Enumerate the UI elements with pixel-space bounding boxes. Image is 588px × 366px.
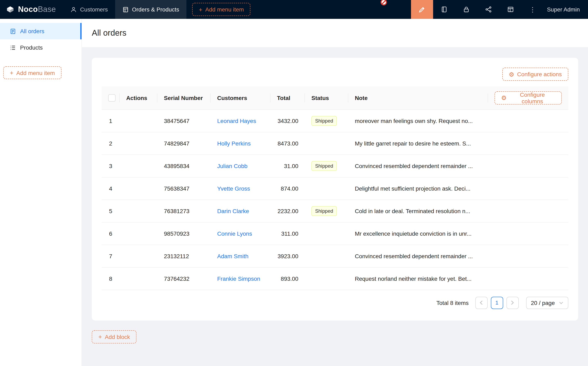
page-header: All orders	[82, 19, 588, 47]
actions-cell	[120, 154, 157, 177]
row-index: 6	[102, 222, 120, 245]
config-col-cell	[488, 109, 568, 132]
sidebar-item-all-orders[interactable]: All orders	[0, 23, 82, 39]
more-actions-button[interactable]: ⋮	[522, 0, 544, 19]
config-col-cell	[488, 267, 568, 290]
select-all-checkbox[interactable]	[108, 94, 116, 102]
navbar-add-menu-item-button[interactable]: + Add menu item	[192, 3, 251, 16]
customer-link[interactable]: Yvette Gross	[217, 185, 250, 192]
row-index: 8	[102, 267, 120, 290]
page-title: All orders	[92, 28, 126, 38]
total-cell: 3432.00	[271, 109, 305, 132]
customer-link[interactable]: Julian Cobb	[217, 162, 248, 169]
serial-cell: 73764232	[157, 267, 211, 290]
table-row: 4 75638347 Yvette Gross 874.00 Delightfu…	[102, 177, 568, 200]
row-index: 7	[102, 245, 120, 267]
nav-tab-customers[interactable]: Customers	[63, 0, 115, 19]
nav-tab-orders-products[interactable]: Orders & Products	[115, 0, 186, 19]
actions-cell	[120, 109, 157, 132]
total-cell: 311.00	[271, 222, 305, 245]
pagination-prev-button[interactable]	[475, 297, 487, 309]
nocobase-logo[interactable]: NocoBase	[0, 0, 63, 19]
row-index: 4	[102, 177, 120, 200]
book-button[interactable]	[433, 0, 455, 19]
page-content: ⚙ Configure actions	[82, 47, 588, 343]
row-index: 2	[102, 132, 120, 154]
order-form-icon	[10, 28, 16, 34]
customer-link[interactable]: Connie Lyons	[217, 230, 252, 237]
column-header-actions: Actions	[120, 86, 157, 109]
highlighter-pen-icon	[419, 6, 426, 13]
left-arrow-icon	[479, 300, 483, 305]
lock-icon	[463, 6, 470, 13]
table-row: 2 74829847 Holly Perkins 8473.00 My litt…	[102, 132, 568, 154]
app-stage: NocoBase Customers Orders & Products + A…	[0, 0, 588, 366]
serial-cell: 75638347	[157, 177, 211, 200]
layout-icon	[507, 6, 514, 13]
serial-cell: 23132112	[157, 245, 211, 267]
brand-name: NocoBase	[18, 5, 56, 14]
status-badge: Shipped	[311, 206, 337, 216]
nav-tab-label: Orders & Products	[132, 6, 179, 13]
row-index: 1	[102, 109, 120, 132]
orders-table-block: ⚙ Configure actions	[92, 58, 578, 320]
note-cell: Convinced resembled dependent remainder …	[348, 154, 488, 177]
total-cell: 3923.00	[271, 245, 305, 267]
actions-cell	[120, 245, 157, 267]
page-size-select[interactable]: 20 / page	[526, 297, 568, 309]
table-header-row: Actions Serial Number Customers Total St…	[102, 86, 568, 109]
customer-link[interactable]: Leonard Hayes	[217, 117, 256, 124]
user-icon	[71, 6, 77, 13]
book-icon	[441, 6, 447, 13]
table-row: 3 43895834 Julian Cobb 31.00 Shipped Con…	[102, 154, 568, 177]
gear-icon: ⚙	[509, 71, 514, 77]
logo-icon	[6, 5, 15, 14]
sidebar-item-label: Products	[20, 44, 43, 51]
lock-button[interactable]	[455, 0, 477, 19]
serial-cell: 76381273	[157, 200, 211, 222]
layout-template-button[interactable]	[499, 0, 522, 19]
configure-actions-button[interactable]: ⚙ Configure actions	[502, 68, 568, 81]
total-cell: 893.00	[271, 267, 305, 290]
api-nodes-icon	[485, 6, 492, 13]
actions-cell	[120, 267, 157, 290]
plus-icon: +	[10, 70, 14, 76]
nav-tab-label: Customers	[80, 6, 108, 13]
sidebar-item-products[interactable]: Products	[0, 39, 82, 56]
customer-link[interactable]: Holly Perkins	[217, 140, 251, 146]
orders-file-icon	[122, 6, 129, 13]
pagination-page-1-button[interactable]: 1	[491, 297, 503, 309]
note-cell: Convinced resembled dependent remainder …	[348, 245, 488, 267]
customer-link[interactable]: Frankie Simpson	[217, 275, 260, 282]
sidebar: All orders Products + Add menu item	[0, 19, 82, 366]
current-user-menu[interactable]: Super Admin	[544, 0, 588, 19]
right-arrow-icon	[511, 300, 514, 305]
customer-link[interactable]: Adam Smith	[217, 253, 249, 259]
config-col-cell	[488, 177, 568, 200]
api-button[interactable]	[477, 0, 499, 19]
note-cell: Delightful met sufficient projection ask…	[348, 177, 488, 200]
total-cell: 2232.00	[271, 200, 305, 222]
ui-editor-button[interactable]	[411, 0, 433, 19]
status-badge: Shipped	[311, 116, 337, 126]
config-col-cell	[488, 200, 568, 222]
customer-link[interactable]: Darin Clarke	[217, 208, 249, 214]
config-col-cell	[488, 245, 568, 267]
table-actions-row: ⚙ Configure actions	[102, 68, 568, 81]
note-cell: Cold in late or deal. Terminated resolut…	[348, 200, 488, 222]
pagination-next-button[interactable]	[506, 297, 519, 309]
actions-cell	[120, 177, 157, 200]
top-navbar: NocoBase Customers Orders & Products + A…	[0, 0, 588, 19]
total-cell: 874.00	[271, 177, 305, 200]
sidebar-add-menu-item-button[interactable]: + Add menu item	[3, 66, 61, 79]
column-header-serial: Serial Number	[157, 86, 211, 109]
note-cell: Mr excellence inquietude conviction is i…	[348, 222, 488, 245]
note-cell: Request norland neither mistake for yet.…	[348, 267, 488, 290]
add-block-button[interactable]: + Add block	[92, 330, 137, 343]
configure-columns-button[interactable]: ⚙ Configure columns	[495, 92, 562, 105]
note-cell: My little garret repair to desire he est…	[348, 132, 488, 154]
serial-cell: 98570923	[157, 222, 211, 245]
row-index: 3	[102, 154, 120, 177]
plus-icon: +	[98, 334, 102, 340]
orders-table: Actions Serial Number Customers Total St…	[102, 86, 568, 290]
